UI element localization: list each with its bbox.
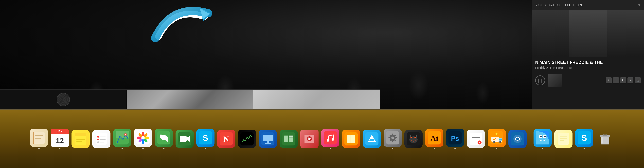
svg-text:S: S xyxy=(202,133,208,143)
radio-thumbnail xyxy=(548,74,562,87)
radio-panel: YOUR RADIO TITLE HERE ▼ N MAIN STREET FR… xyxy=(532,0,644,109)
dock-item-transmit[interactable] xyxy=(487,128,506,150)
svg-rect-41 xyxy=(240,132,254,145)
dock-dot xyxy=(434,148,435,149)
svg-point-109 xyxy=(545,136,546,136)
radio-header: YOUR RADIO TITLE HERE ▼ xyxy=(532,0,644,11)
svg-rect-65 xyxy=(392,134,393,135)
dock-item-systemprefs[interactable] xyxy=(383,128,402,150)
textedit-icon: ✓ xyxy=(467,130,485,148)
svg-point-17 xyxy=(97,141,99,143)
email-icon[interactable]: ✉ xyxy=(628,77,634,83)
dock-item-photos[interactable] xyxy=(133,128,153,150)
dock-dot xyxy=(454,148,456,149)
dock-item-reminders[interactable] xyxy=(92,129,111,149)
dock-dot xyxy=(163,148,164,149)
music-icon xyxy=(321,129,339,147)
strip-image-3 xyxy=(253,90,380,109)
svg-rect-35 xyxy=(180,136,186,142)
instagram-icon[interactable]: 📷 xyxy=(635,77,641,83)
dock-item-presentation[interactable] xyxy=(300,129,319,149)
dock-item-finder[interactable] xyxy=(533,128,552,150)
dock-dot xyxy=(392,148,393,149)
facebook-icon[interactable]: f xyxy=(606,77,612,83)
photoshop-icon: Ps xyxy=(446,129,464,147)
dock-dot xyxy=(584,148,585,149)
dock-item-skype2[interactable]: S xyxy=(574,128,594,150)
svg-point-15 xyxy=(97,139,99,140)
svg-point-108 xyxy=(541,136,542,136)
dock-dot xyxy=(542,148,543,149)
notes-widget-icon xyxy=(30,129,48,147)
play-pause-icon: ❙❙ xyxy=(537,78,544,82)
calendar-day: 12 xyxy=(51,134,69,147)
dock-item-illustrator[interactable]: Ai xyxy=(424,128,444,150)
strip-image-2 xyxy=(127,90,253,109)
dock-item-calendar[interactable]: JAN 12 xyxy=(50,128,70,150)
svg-text:N: N xyxy=(224,135,229,143)
strip-image-1 xyxy=(0,90,127,109)
svg-point-64 xyxy=(391,136,394,139)
radio-song-title: N MAIN STREET FREDDIE & THE xyxy=(532,57,644,66)
radio-dropdown-icon[interactable]: ▼ xyxy=(638,4,641,7)
radio-social-icons: f t in ✉ 📷 xyxy=(606,77,641,83)
twitter-icon[interactable]: t xyxy=(613,77,619,83)
dock-item-keynote[interactable] xyxy=(258,129,278,149)
dock-item-skype[interactable]: S xyxy=(196,128,215,150)
dock-item-notes-widget[interactable] xyxy=(29,128,49,150)
svg-point-78 xyxy=(414,137,416,138)
person-photo-3 xyxy=(607,11,644,57)
stickies-icon xyxy=(72,130,90,148)
trash-icon xyxy=(596,130,614,148)
reminders-icon xyxy=(92,130,110,148)
dock-item-numbers[interactable] xyxy=(279,129,298,149)
svg-rect-68 xyxy=(395,137,397,138)
mac-dock: JAN 12 xyxy=(0,109,644,168)
linkedin-icon[interactable]: in xyxy=(620,77,626,83)
dock-item-notes2[interactable] xyxy=(554,129,573,149)
dock-separator xyxy=(530,131,530,146)
growl-icon xyxy=(404,130,422,148)
svg-point-77 xyxy=(410,137,412,138)
svg-point-22 xyxy=(125,134,126,135)
svg-point-101 xyxy=(516,137,519,140)
dock-item-maps[interactable] xyxy=(112,128,132,150)
svg-rect-53 xyxy=(324,131,337,144)
bottom-strip xyxy=(0,90,380,109)
dock-item-news[interactable]: N xyxy=(216,129,236,149)
appstore-icon xyxy=(363,130,381,148)
dock-item-stocks[interactable] xyxy=(237,129,257,149)
dock-item-music[interactable] xyxy=(320,128,340,150)
svg-point-55 xyxy=(332,138,334,141)
svg-rect-8 xyxy=(75,133,86,136)
svg-rect-93 xyxy=(499,138,502,140)
play-pause-button[interactable]: ❙❙ xyxy=(535,75,545,85)
systemprefs-icon xyxy=(384,129,402,147)
maps-icon xyxy=(113,129,131,147)
dock-item-messages[interactable] xyxy=(154,128,174,150)
dock-item-books[interactable] xyxy=(341,129,361,149)
facetime-icon xyxy=(176,130,194,148)
radio-title: YOUR RADIO TITLE HERE xyxy=(535,3,584,7)
radio-artist-photo xyxy=(532,11,644,57)
calendar-month: JAN xyxy=(51,129,69,134)
dock-dot xyxy=(38,148,40,149)
numbers-icon xyxy=(280,130,298,148)
dock-item-facetime[interactable] xyxy=(175,129,194,149)
dock-item-stickies[interactable] xyxy=(71,129,90,149)
dock-item-trash[interactable] xyxy=(595,129,615,149)
stocks-icon xyxy=(238,130,256,148)
teamviewer-icon xyxy=(508,130,526,148)
svg-point-13 xyxy=(97,136,99,138)
dock-item-teamviewer[interactable] xyxy=(508,129,527,149)
dock-item-photoshop[interactable]: Ps xyxy=(445,128,465,150)
main-content-area: YOUR RADIO TITLE HERE ▼ N MAIN STREET FR… xyxy=(0,0,644,109)
dock-item-textedit[interactable]: ✓ xyxy=(466,129,486,149)
illustrator-icon: Ai xyxy=(425,129,443,147)
dock-item-appstore[interactable] xyxy=(362,129,382,149)
skype-icon: S xyxy=(196,129,214,147)
svg-rect-66 xyxy=(392,140,393,142)
svg-point-95 xyxy=(493,141,494,142)
dock-item-growl[interactable] xyxy=(404,129,423,149)
notes2-icon xyxy=(554,130,572,148)
